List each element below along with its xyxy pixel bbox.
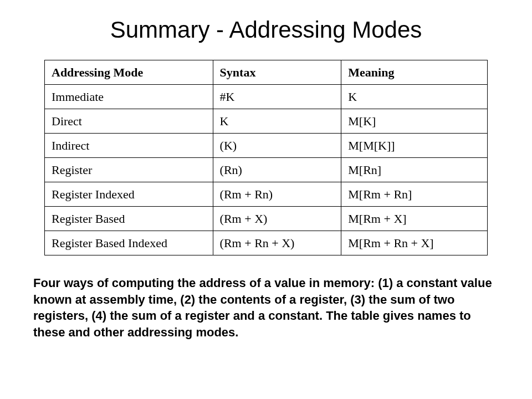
cell-syntax: (Rn) [213, 158, 341, 182]
cell-mode: Register Indexed [45, 182, 213, 207]
table-container: Addressing Mode Syntax Meaning Immediate… [44, 60, 488, 255]
cell-meaning: K [341, 85, 488, 109]
cell-syntax: #K [213, 85, 341, 109]
cell-mode: Register Based Indexed [45, 231, 213, 255]
cell-mode: Immediate [45, 85, 213, 109]
cell-syntax: (Rm + X) [213, 207, 341, 231]
header-meaning: Meaning [341, 60, 488, 85]
cell-meaning: M[K] [341, 109, 488, 134]
table-row: Indirect (K) M[M[K]] [45, 134, 488, 158]
cell-syntax: (K) [213, 134, 341, 158]
table-header-row: Addressing Mode Syntax Meaning [45, 60, 488, 85]
cell-mode: Indirect [45, 134, 213, 158]
header-syntax: Syntax [213, 60, 341, 85]
table-row: Register Indexed (Rm + Rn) M[Rm + Rn] [45, 182, 488, 207]
table-row: Register Based (Rm + X) M[Rm + X] [45, 207, 488, 231]
cell-meaning: M[Rm + Rn + X] [341, 231, 488, 255]
table-caption: Four ways of computing the address of a … [28, 275, 504, 341]
cell-syntax: K [213, 109, 341, 134]
page-title: Summary - Addressing Modes [28, 17, 504, 43]
cell-meaning: M[Rm + Rn] [341, 182, 488, 207]
header-addressing-mode: Addressing Mode [45, 60, 213, 85]
table-row: Register (Rn) M[Rn] [45, 158, 488, 182]
table-row: Register Based Indexed (Rm + Rn + X) M[R… [45, 231, 488, 255]
cell-meaning: M[Rm + X] [341, 207, 488, 231]
addressing-modes-table: Addressing Mode Syntax Meaning Immediate… [44, 60, 488, 255]
cell-mode: Direct [45, 109, 213, 134]
cell-mode: Register [45, 158, 213, 182]
table-row: Direct K M[K] [45, 109, 488, 134]
cell-mode: Register Based [45, 207, 213, 231]
cell-syntax: (Rm + Rn) [213, 182, 341, 207]
table-row: Immediate #K K [45, 85, 488, 109]
cell-syntax: (Rm + Rn + X) [213, 231, 341, 255]
cell-meaning: M[M[K]] [341, 134, 488, 158]
cell-meaning: M[Rn] [341, 158, 488, 182]
